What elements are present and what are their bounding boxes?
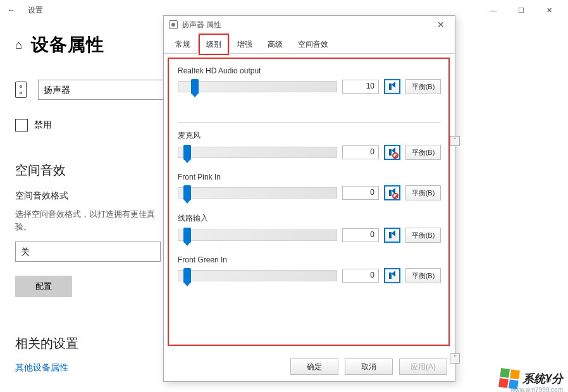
apply-button[interactable]: 应用(A) [399,358,447,375]
volume-slider[interactable] [178,187,337,199]
volume-slider[interactable] [178,81,337,92]
mute-button[interactable] [384,79,400,94]
speaker-device-icon [15,82,27,98]
spatial-sound-description: 选择空间音效格式，以打造拥有更佳真验。 [15,208,161,233]
channel-label: Front Pink In [178,173,441,181]
channel-label: Realtek HD Audio output [178,66,441,75]
dialog-title: 扬声器 属性 [182,20,221,30]
volume-slider[interactable] [178,270,337,281]
maximize-button[interactable]: ☐ [507,1,535,20]
channel-label: 线路输入 [178,213,441,224]
mute-button[interactable] [384,268,400,283]
back-icon[interactable]: ← [5,6,18,15]
watermark-text: 系统¥分 [522,371,563,386]
channel-label: 麦克风 [178,130,441,141]
page-title: 设备属性 [31,33,104,57]
balance-button[interactable]: 平衡(B) [405,268,441,283]
disable-checkbox[interactable] [15,119,28,132]
volume-value[interactable]: 0 [342,145,379,159]
cancel-button[interactable]: 取消 [345,358,393,375]
volume-slider[interactable] [178,147,337,158]
slider-thumb[interactable] [183,228,191,243]
scroll-down-button[interactable]: ˅ [450,353,460,364]
slider-thumb[interactable] [183,268,191,283]
slider-thumb[interactable] [183,185,191,200]
dialog-tabstrip: 常规 级别 增强 高级 空间音效 [164,34,455,54]
tab-enhancements[interactable]: 增强 [230,35,260,53]
watermark: 系统¥分 [500,369,563,388]
levels-tab-panel: ˄ ˅ Realtek HD Audio output 10 平衡(B) 麦 [164,54,455,351]
speaker-properties-dialog: 扬声器 属性 ✕ 常规 级别 增强 高级 空间音效 ˄ ˅ Realtek HD… [163,15,455,382]
tab-general[interactable]: 常规 [168,35,198,53]
dialog-close-button[interactable]: ✕ [432,18,450,32]
home-icon[interactable]: ⌂ [15,39,22,52]
configure-button[interactable]: 配置 [15,276,72,297]
device-name-input[interactable]: 扬声器 [38,80,168,100]
balance-button[interactable]: 平衡(B) [405,145,441,160]
dialog-icon [169,20,178,29]
ok-button[interactable]: 确定 [290,358,338,375]
mute-button[interactable] [384,145,400,160]
channel-label: Front Green In [178,255,441,264]
volume-value[interactable]: 10 [342,80,379,94]
mute-button[interactable] [384,185,400,200]
watermark-url: www.win7999.com [510,386,563,392]
tab-levels[interactable]: 级别 [198,35,230,54]
tab-advanced[interactable]: 高级 [260,35,290,53]
mute-button[interactable] [384,228,400,243]
spatial-sound-dropdown[interactable]: 关 [15,242,161,262]
disable-label: 禁用 [34,119,52,131]
balance-button[interactable]: 平衡(B) [405,79,441,94]
window-title: 设置 [28,5,43,16]
balance-button[interactable]: 平衡(B) [405,185,441,200]
volume-value[interactable]: 0 [342,269,379,283]
balance-button[interactable]: 平衡(B) [405,228,441,243]
volume-value[interactable]: 0 [342,228,379,242]
volume-slider[interactable] [178,230,337,241]
slider-thumb[interactable] [191,79,199,94]
close-window-button[interactable]: ✕ [535,1,563,20]
minimize-button[interactable]: — [479,1,507,20]
scroll-up-button[interactable]: ˄ [450,136,460,146]
volume-value[interactable]: 0 [342,186,379,200]
tab-spatial-sound[interactable]: 空间音效 [290,35,336,53]
slider-thumb[interactable] [183,145,191,160]
dialog-titlebar[interactable]: 扬声器 属性 ✕ [164,16,455,34]
